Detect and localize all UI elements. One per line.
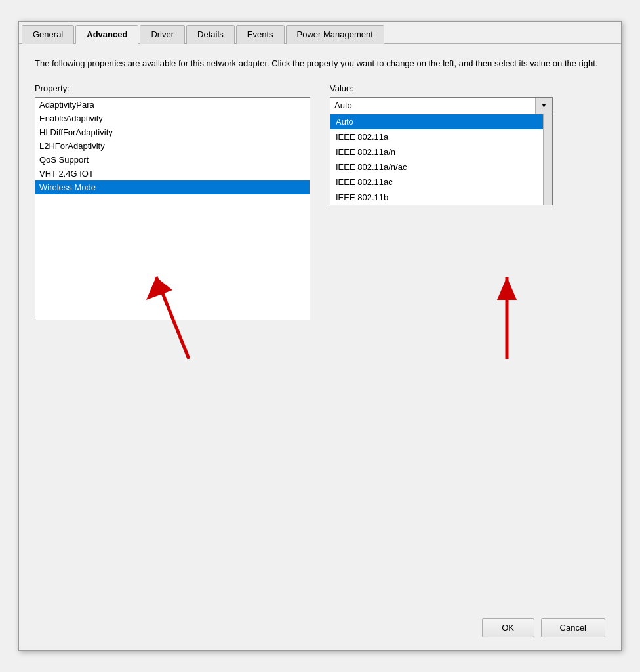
dropdown-option-ieee-80211b[interactable]: IEEE 802.11b <box>330 190 552 205</box>
tab-advanced[interactable]: Advanced <box>75 25 138 44</box>
content-area: The following properties are available f… <box>19 44 621 610</box>
dropdown-option-ieee-80211an[interactable]: IEEE 802.11a/n <box>330 144 552 159</box>
tab-power-management[interactable]: Power Management <box>286 25 384 44</box>
panels-wrapper: Property: AdaptivityPara EnableAdaptivit… <box>35 83 605 320</box>
list-item-wireless-mode[interactable]: Wireless Mode <box>35 180 310 194</box>
dropdown-arrow-icon[interactable]: ▼ <box>535 98 552 114</box>
value-label: Value: <box>330 83 605 93</box>
list-item[interactable]: AdaptivityPara <box>35 98 310 112</box>
value-dropdown-open: Auto IEEE 802.11a IEEE 802.11a/n IEEE 80… <box>330 114 553 205</box>
cancel-button[interactable]: Cancel <box>541 618 605 637</box>
list-item[interactable]: VHT 2.4G IOT <box>35 167 310 180</box>
dropdown-option-ieee-80211ac[interactable]: IEEE 802.11ac <box>330 175 552 190</box>
dropdown-option-auto[interactable]: Auto <box>330 114 552 129</box>
value-panel: Value: Auto ▼ Auto IEEE 802.11a IEEE 802… <box>330 83 605 205</box>
dropdown-scroll-container: Auto IEEE 802.11a IEEE 802.11a/n IEEE 80… <box>330 114 552 205</box>
dropdown-option-ieee-80211anac[interactable]: IEEE 802.11a/n/ac <box>330 159 552 175</box>
tab-driver[interactable]: Driver <box>140 25 185 44</box>
list-item[interactable]: EnableAdaptivity <box>35 112 310 125</box>
dropdown-option-ieee-80211a[interactable]: IEEE 802.11a <box>330 129 552 144</box>
list-item[interactable]: HLDiffForAdaptivity <box>35 125 310 139</box>
list-item[interactable]: L2HForAdaptivity <box>35 139 310 153</box>
dropdown-options: Auto IEEE 802.11a IEEE 802.11a/n IEEE 80… <box>330 114 552 205</box>
list-item[interactable]: QoS Support <box>35 153 310 167</box>
value-dropdown-closed[interactable]: Auto ▼ <box>330 97 553 114</box>
description-text: The following properties are available f… <box>35 57 605 70</box>
tab-events[interactable]: Events <box>236 25 285 44</box>
dropdown-selected-value: Auto <box>330 100 535 110</box>
dropdown-scrollbar[interactable] <box>543 114 552 205</box>
property-panel: Property: AdaptivityPara EnableAdaptivit… <box>35 83 310 320</box>
tab-general[interactable]: General <box>22 25 74 44</box>
dialog-window: General Advanced Driver Details Events P… <box>18 21 622 651</box>
tab-details[interactable]: Details <box>186 25 235 44</box>
tab-bar: General Advanced Driver Details Events P… <box>19 22 621 44</box>
property-label: Property: <box>35 83 310 93</box>
button-bar: OK Cancel <box>19 610 621 650</box>
panels: Property: AdaptivityPara EnableAdaptivit… <box>35 83 605 320</box>
property-listbox[interactable]: AdaptivityPara EnableAdaptivity HLDiffFo… <box>35 97 310 320</box>
ok-button[interactable]: OK <box>482 618 534 637</box>
